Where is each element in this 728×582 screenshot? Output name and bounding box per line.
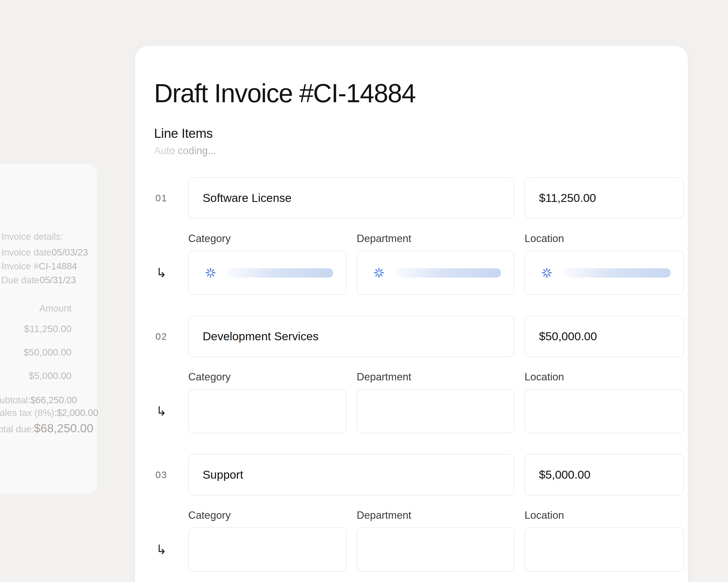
- sales-tax-value: $2,000.00: [57, 408, 98, 418]
- amount-input[interactable]: $11,250.00: [524, 177, 684, 219]
- location-label: Location: [524, 233, 684, 245]
- description-value: Support: [203, 468, 243, 481]
- line-item-number: 01: [155, 193, 178, 203]
- invoice-number-label: Invoice #: [1, 261, 39, 272]
- spark-loading-icon: [541, 267, 552, 278]
- subtotal-row: Subtotal: $66,250.00: [0, 395, 76, 406]
- invoice-details-title: Invoice details:: [1, 231, 76, 242]
- location-label: Location: [524, 509, 684, 521]
- loading-shimmer: [227, 268, 333, 278]
- department-input[interactable]: [357, 527, 514, 572]
- loading-shimmer: [395, 268, 501, 278]
- location-input[interactable]: [524, 527, 684, 572]
- location-input[interactable]: [524, 389, 684, 433]
- amount-value: $50,000.00: [1, 347, 76, 358]
- line-items-list: 01 Software License $11,250.00 Category …: [135, 177, 688, 572]
- loading-shimmer: [563, 268, 671, 278]
- due-date-value: 05/31/23: [40, 275, 76, 285]
- line-item: 01 Software License $11,250.00 Category …: [135, 177, 688, 295]
- totals-block: Subtotal: $66,250.00 Sales tax (8%): $2,…: [0, 395, 76, 435]
- category-label: Category: [188, 233, 346, 245]
- amount-column-header: Amount: [1, 303, 76, 314]
- line-item-number: 02: [155, 331, 178, 342]
- department-input[interactable]: [357, 251, 514, 295]
- line-item: 03 Support $5,000.00 Category Department…: [135, 454, 688, 572]
- description-input[interactable]: Software License: [188, 177, 514, 219]
- invoice-number-row: Invoice # CI-14884: [1, 261, 76, 272]
- invoice-date-value: 05/03/23: [52, 247, 88, 258]
- line-item-number: 03: [155, 469, 178, 480]
- amount-value: $5,000.00: [1, 370, 76, 381]
- location-input[interactable]: [524, 251, 684, 295]
- location-label: Location: [524, 371, 684, 383]
- invoice-number-value: CI-14884: [39, 261, 77, 272]
- total-due-value: $68,250.00: [34, 422, 93, 435]
- sales-tax-row: Sales tax (8%): $2,000.00: [0, 408, 76, 418]
- department-label: Department: [357, 371, 514, 383]
- department-label: Department: [357, 509, 514, 521]
- page-title: Draft Invoice #CI-14884: [154, 79, 688, 108]
- due-date-label: Due date: [1, 275, 39, 285]
- total-due-row: Total due: $68,250.00: [0, 422, 76, 435]
- total-due-label: Total due:: [0, 424, 34, 435]
- amount-value: $50,000.00: [539, 330, 597, 343]
- line-items-heading: Line Items: [154, 126, 688, 141]
- category-input[interactable]: [188, 251, 346, 295]
- category-label: Category: [188, 371, 346, 383]
- return-arrow-icon: ↳: [156, 543, 178, 556]
- department-label: Department: [357, 233, 514, 245]
- category-input[interactable]: [188, 527, 346, 572]
- subtotal-value: $66,250.00: [30, 395, 77, 406]
- spark-loading-icon: [373, 267, 385, 278]
- amount-value: $11,250.00: [539, 191, 596, 205]
- invoice-date-label: Invoice date: [1, 247, 52, 258]
- category-label: Category: [188, 509, 346, 521]
- draft-invoice-card: Draft Invoice #CI-14884 Line Items Auto …: [135, 46, 688, 582]
- spark-loading-icon: [205, 267, 216, 278]
- description-input[interactable]: Development Services: [188, 316, 514, 357]
- description-value: Development Services: [203, 330, 318, 343]
- auto-coding-status: Auto coding...: [154, 145, 216, 157]
- description-input[interactable]: Support: [188, 454, 514, 495]
- sales-tax-label: Sales tax (8%):: [0, 408, 57, 418]
- invoice-date-row: Invoice date 05/03/23: [1, 247, 76, 258]
- department-input[interactable]: [357, 389, 514, 433]
- amount-input[interactable]: $5,000.00: [524, 454, 684, 495]
- line-item: 02 Development Services $50,000.00 Categ…: [135, 316, 688, 433]
- subtotal-label: Subtotal:: [0, 395, 30, 406]
- return-arrow-icon: ↳: [156, 405, 178, 418]
- due-date-row: Due date 05/31/23: [1, 275, 76, 285]
- background-invoice-panel: Invoice details: Invoice date 05/03/23 I…: [0, 164, 97, 493]
- amount-value: $5,000.00: [539, 468, 590, 481]
- amount-value: $11,250.00: [1, 323, 76, 334]
- amount-input[interactable]: $50,000.00: [524, 316, 684, 357]
- description-value: Software License: [203, 191, 292, 205]
- return-arrow-icon: ↳: [156, 266, 178, 279]
- category-input[interactable]: [188, 389, 346, 433]
